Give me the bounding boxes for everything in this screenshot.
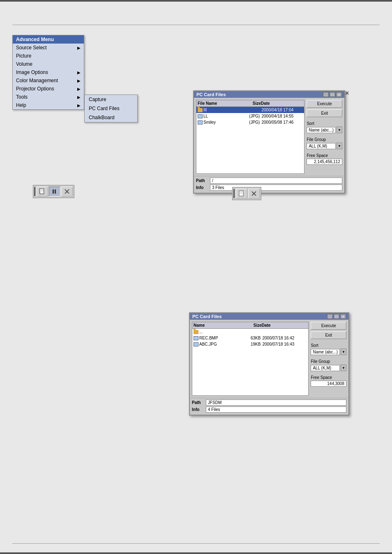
file-group-arrow-bottom[interactable]: ▼ [341,365,346,371]
file-list-top: File Name Size Date III 2000/04/18 17:04… [196,100,304,174]
advanced-menu: Advanced Menu Source Select ▶ Picture Vo… [12,35,84,110]
svg-rect-5 [55,189,56,194]
close-button-bottom[interactable]: × [340,314,346,319]
dialog-buttons-top: Execute Exit Sort Name (abc...) ▼ File G… [307,100,342,174]
toolbar-right [232,187,261,200]
maximize-button-bottom[interactable]: □ [334,314,339,319]
menu-item-color-management[interactable]: Color Management ▶ [13,76,84,85]
menu-item-volume[interactable]: Volume [13,60,84,68]
dialog-titlebar-bottom: PC Card Files _ □ × [190,313,348,320]
pc-card-dialog-bottom: PC Card Files _ □ × Name Size Date ... [189,312,349,416]
file-group-dropdown-top: ALL (K,M) ▼ [307,143,342,149]
dialog-footer-top: Path / Info 3 Files [194,176,344,193]
file-list-header-bottom: Name Size Date [192,322,308,329]
toolbar-handle-right [233,189,235,198]
file-icon [198,120,203,125]
arrow-icon: ▶ [77,95,81,99]
svg-rect-4 [53,189,54,194]
file-group-section-bottom: File Group ALL (K,M) ▼ [311,359,346,371]
file-group-value-top[interactable]: ALL (K,M) [307,143,336,149]
info-value-bottom: 4 Files [206,406,346,413]
file-row[interactable]: Smiley (JPG) 2000/05/08 17:46 [196,119,304,125]
file-row-bottom-parent[interactable]: ... [192,329,308,335]
path-value-top: / [210,178,342,184]
exit-button-top[interactable]: Exit [307,109,342,117]
arrow-icon: ▶ [77,103,81,108]
pc-card-dialog-top: PC Card Files _ □ × File Name Size Date … [193,90,345,194]
file-icon [198,114,203,118]
capture-document-icon[interactable] [37,187,48,196]
menu-item-projector-options[interactable]: Projector Options ▶ [13,85,84,93]
close-x-button[interactable]: × [345,90,349,97]
menu-header: Advanced Menu [13,35,84,44]
arrow-icon: ▶ [77,46,81,50]
sort-value-top[interactable]: Name (abc...) [307,127,336,133]
toolbar-left [33,185,74,198]
submenu-item-capture[interactable]: Capture [85,95,137,104]
submenu-item-chalkboard[interactable]: ChalkBoard [85,113,137,122]
exit-button-bottom[interactable]: Exit [311,331,346,339]
toolbar-handle-left [34,187,35,196]
minimize-button-bottom[interactable]: _ [327,314,333,319]
menu-item-help[interactable]: Help ▶ [13,101,84,109]
free-space-value-bottom: 144,3008 [311,381,346,387]
execute-button-top[interactable]: Execute [307,100,342,108]
file-group-section-top: File Group ALL (K,M) ▼ [307,137,342,149]
dialog-title-top: PC Card Files [196,92,226,97]
info-value-top: 3 Files [210,185,342,191]
up-folder-icon [194,330,198,334]
titlebar-buttons-bottom: _ □ × [327,314,346,319]
free-space-section-bottom: Free Space 144,3008 [311,375,346,387]
top-border [0,0,392,2]
path-value-bottom: JFSDM [206,399,346,406]
jpg-file-icon [194,342,198,346]
pause-button[interactable] [49,187,60,196]
titlebar-buttons: _ □ × [323,92,342,97]
sort-value-bottom[interactable]: Name (abc...) [311,349,340,355]
submenu-item-pc-card-files[interactable]: PC Card Files [85,104,137,113]
dialog-buttons-bottom: Execute Exit Sort Name (abc...) ▼ File G… [311,322,346,396]
arrow-icon: ▶ [77,78,81,83]
arrow-icon: ▶ [77,87,81,91]
bottom-border [0,552,392,554]
dialog-title-bottom: PC Card Files [192,314,222,319]
minimize-button[interactable]: _ [323,92,329,97]
dialog-footer-bottom: Path JFSDM Info 4 Files [190,398,348,415]
file-row-bmp[interactable]: REC.BMP 63KB 2000/07/18 16:42 [192,335,308,341]
menu-item-picture[interactable]: Picture [13,52,84,60]
menu-item-source-select[interactable]: Source Select ▶ [13,44,84,52]
dialog-content-bottom: Name Size Date ... REC.BMP 63KB 2000/07/… [190,320,348,398]
free-space-section-top: Free Space 2,145,456,112 [307,153,342,165]
folder-icon [198,108,203,112]
sort-dropdown-bottom: Name (abc...) ▼ [311,349,346,355]
bottom-rule [12,543,380,544]
close-toolbar-button-right[interactable] [248,189,260,199]
close-button[interactable]: × [336,92,342,97]
file-group-arrow-top[interactable]: ▼ [337,143,342,149]
dialog-titlebar-top: PC Card Files _ □ × [194,91,344,98]
dialog-content-top: File Name Size Date III 2000/04/18 17:04… [194,98,344,176]
file-row[interactable]: LL (JPG) 2000/04/18 14:55 [196,113,304,119]
document-icon-right[interactable] [236,189,247,199]
sort-section-bottom: Sort Name (abc...) ▼ [311,343,346,355]
sort-section-top: Sort Name (abc...) ▼ [307,121,342,133]
execute-button-bottom[interactable]: Execute [311,322,346,330]
file-list-bottom: Name Size Date ... REC.BMP 63KB 2000/07/… [192,322,309,396]
top-rule [12,25,380,25]
menu-item-tools[interactable]: Tools ▶ [13,93,84,101]
sort-dropdown-top: Name (abc...) ▼ [307,127,342,133]
menu-item-image-options[interactable]: Image Options ▶ [13,68,84,76]
sort-arrow-top[interactable]: ▼ [337,127,342,133]
close-toolbar-button-left[interactable] [61,187,73,196]
file-group-dropdown-bottom: ALL (K,M) ▼ [311,365,346,371]
file-list-header: File Name Size Date [196,100,304,107]
maximize-button[interactable]: □ [330,92,335,97]
bmp-file-icon [194,336,198,340]
free-space-value-top: 2,145,456,112 [307,159,342,165]
file-row-jpg[interactable]: ABC.JPG 19KB 2000/07/18 16:43 [192,341,308,347]
file-row[interactable]: III 2000/04/18 17:04 [196,107,304,113]
tools-submenu: Capture PC Card Files ChalkBoard [84,95,138,122]
file-group-value-bottom[interactable]: ALL (K,M) [311,365,340,371]
sort-arrow-bottom[interactable]: ▼ [341,349,346,355]
arrow-icon: ▶ [77,70,81,75]
